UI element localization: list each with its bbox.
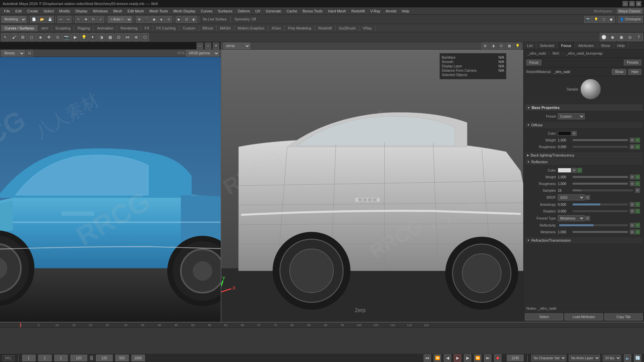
scale-tool-btn[interactable]: ⤢ (97, 16, 104, 23)
icon-camera2[interactable]: 📷 (62, 33, 70, 41)
diffuse-section[interactable]: ▼ Diffuse (525, 122, 643, 128)
menu-edit[interactable]: Edit (13, 8, 24, 14)
refl-color-connect[interactable]: ⊞ (572, 168, 577, 173)
viewport-grid-btn[interactable]: ⊞ (482, 43, 488, 49)
metalness-slider[interactable] (573, 231, 628, 233)
shading-btn[interactable]: ◻ (600, 16, 607, 23)
focus-button[interactable]: Focus (526, 60, 541, 65)
render-mode-select[interactable]: Beauty Diffuse Spec (1, 50, 25, 57)
mode-selector[interactable]: Modeling Rigging Animation (1, 16, 26, 23)
loop-btn[interactable]: 🔄 (634, 354, 641, 362)
new-scene-btn[interactable]: 📄 (30, 16, 38, 23)
menu-windows[interactable]: Windows (90, 8, 111, 14)
render-view-minimize[interactable]: — (197, 43, 203, 49)
goto-end-btn[interactable]: ⏭ (484, 354, 491, 362)
tab-poly-modeling[interactable]: Poly Modeling (285, 25, 315, 31)
maximize-button[interactable]: □ (629, 1, 635, 6)
playback-start-input[interactable] (70, 355, 87, 361)
menu-create[interactable]: Create (24, 8, 41, 14)
panel-tab-selected[interactable]: Selected (536, 42, 558, 49)
mel-label[interactable]: MEL (3, 355, 14, 361)
prev-frame-btn[interactable]: ◀ (444, 354, 451, 362)
minimize-button[interactable]: – (623, 1, 628, 6)
undo-btn[interactable]: ↩ (57, 16, 64, 23)
menu-hardmesh[interactable]: Hard Mesh (325, 8, 349, 14)
viewport-light-btn[interactable]: 💡 (514, 43, 521, 49)
lights-btn[interactable]: 💡 (592, 16, 600, 23)
tab-motion-graphics[interactable]: Motion Graphics (234, 25, 268, 31)
tab-fx[interactable]: FX (141, 25, 153, 31)
diffuse-weight-connect[interactable]: ⊞ (630, 138, 635, 142)
tab-bifrost[interactable]: Bifrost (199, 25, 217, 31)
next-frame-btn[interactable]: ▶ (464, 354, 471, 362)
icon-deform[interactable]: ⋈ (123, 33, 131, 41)
playback-end-input[interactable] (96, 355, 113, 361)
frame-counter-input[interactable] (507, 355, 524, 361)
menu-surfaces[interactable]: Surfaces (215, 8, 235, 14)
refl-roughness-connect[interactable]: ⊞ (630, 181, 635, 186)
viewport-wireframe-btn[interactable]: ⊡ (498, 43, 504, 49)
anisotropy-connect[interactable]: ⊞ (630, 202, 635, 207)
tab-xtrm[interactable]: xtrm (38, 25, 52, 31)
icon-poly[interactable]: ⬡ (141, 33, 149, 41)
panel-tab-show[interactable]: Show (597, 42, 614, 49)
icon-env[interactable]: ◎ (626, 33, 634, 41)
render-btn[interactable]: ▶ (176, 16, 182, 23)
user-btn[interactable]: 👤 Christophe (618, 16, 643, 23)
redo-btn[interactable]: ↪ (65, 16, 71, 23)
menu-select[interactable]: Select (41, 8, 57, 14)
tab-rendering[interactable]: Rendering (117, 25, 141, 31)
diffuse-weight-link[interactable]: ⛓ (635, 138, 640, 142)
refl-samples-slider[interactable] (573, 189, 633, 191)
menu-file[interactable]: File (1, 8, 13, 14)
render-region-btn[interactable]: ⊡ (183, 16, 190, 23)
anim-end2-input[interactable] (131, 355, 145, 361)
menu-mesh-display[interactable]: Mesh Display (171, 8, 198, 14)
save-btn[interactable]: 💾 (46, 16, 54, 23)
panel-properties[interactable]: ▼ Base Properties Preset Custom Default … (524, 102, 644, 305)
fresnel-selector[interactable]: Metalness IOR Color (558, 215, 585, 221)
copy-tab-button[interactable]: Copy Tab (604, 313, 643, 320)
icon-texture[interactable]: ▦ (106, 33, 114, 41)
base-properties-section[interactable]: ▼ Base Properties (525, 104, 643, 111)
snap-curve-btn[interactable]: ⌒ (143, 16, 150, 23)
menu-mesh-tools[interactable]: Mesh Tools (147, 8, 170, 14)
diffuse-color-swatch[interactable] (558, 131, 571, 136)
metalness-link[interactable]: ⛓ (635, 230, 640, 234)
character-set-selector[interactable]: No Character Set (531, 355, 566, 361)
anisotropy-slider[interactable] (573, 203, 628, 205)
load-attributes-button[interactable]: Load Attributes (565, 313, 603, 320)
diffuse-roughness-slider[interactable] (573, 146, 628, 148)
render-channel-btn[interactable]: ⊡ (26, 50, 33, 57)
viewport-texture-btn[interactable]: ▦ (506, 43, 513, 49)
icon-light[interactable]: 💡 (80, 33, 88, 41)
auto-keyframe-selector[interactable]: < Auto > Keyframe (108, 16, 132, 23)
tab-curves-surfaces[interactable]: Curves / Surfaces (1, 25, 38, 31)
menu-uv[interactable]: UV (253, 8, 263, 14)
reflectivity-link[interactable]: ⛓ (635, 223, 640, 228)
rotate-tool-btn[interactable]: ↻ (90, 16, 97, 23)
shadows-btn[interactable]: ◼ (608, 16, 614, 23)
menu-bonus[interactable]: Bonus Tools (300, 8, 325, 14)
panel-tab-list[interactable]: List (524, 42, 536, 49)
open-btn[interactable]: 📂 (38, 16, 46, 23)
fps-selector[interactable]: 24 fps 30 fps 60 fps (603, 355, 621, 361)
diffuse-roughness-connect[interactable]: ⊞ (630, 144, 635, 149)
step-forward-btn[interactable]: ⏩ (474, 354, 481, 362)
start-frame-input[interactable] (22, 355, 36, 361)
refl-roughness-slider[interactable] (573, 183, 628, 185)
record-btn[interactable]: ⏺ (494, 354, 501, 362)
tab-rigging[interactable]: Rigging (74, 25, 94, 31)
tab-animation[interactable]: Animation (94, 25, 117, 31)
metalness-connect[interactable]: ⊞ (630, 230, 635, 234)
menu-cache[interactable]: Cache (284, 8, 300, 14)
diffuse-weight-slider[interactable] (573, 139, 628, 141)
anim-end-input[interactable] (115, 355, 129, 361)
snap-point-btn[interactable]: ◉ (151, 16, 157, 23)
icon-fx2[interactable]: ✦ (89, 33, 97, 41)
diffuse-roughness-link[interactable]: ⛓ (635, 144, 640, 149)
panel-tab-focus[interactable]: Focus (558, 42, 575, 49)
breadcrumb-file5[interactable]: file5 (551, 51, 560, 56)
rotation-connect[interactable]: ⊞ (630, 209, 635, 214)
icon-paint[interactable]: 🖌 (10, 33, 18, 41)
